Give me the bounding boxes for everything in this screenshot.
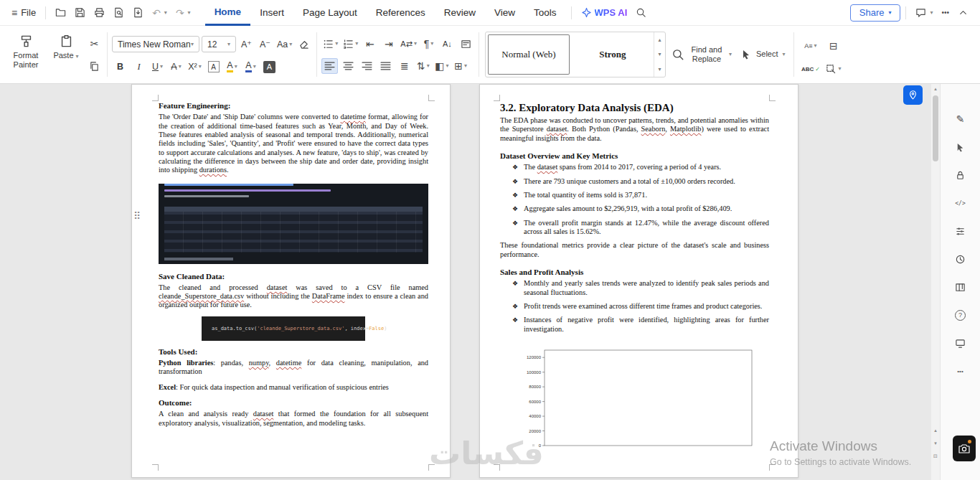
print-preview-button[interactable] (109, 4, 128, 21)
tools-used-heading[interactable]: Tools Used: (159, 347, 428, 357)
numbered-list-button[interactable]: ▾ (341, 36, 359, 52)
tab-insert[interactable]: Insert (250, 0, 293, 26)
collapse-ribbon-button[interactable] (953, 4, 973, 21)
font-color-button[interactable]: A▾ (242, 59, 259, 75)
distribute-button[interactable]: ≣ (396, 58, 413, 74)
layout-panel-button[interactable] (952, 279, 969, 295)
text-tools-button[interactable]: A≡▾ (801, 38, 820, 54)
styles-more-button[interactable]: ▾ (658, 66, 661, 72)
sort-button[interactable]: A↓ (439, 36, 456, 52)
align-left-button[interactable] (321, 58, 338, 74)
export-pdf-button[interactable] (128, 4, 148, 21)
underline-button[interactable]: U▾ (149, 59, 166, 75)
font-name-select[interactable]: Times New Roman ▾ (112, 36, 199, 52)
style-normal-web[interactable]: Normal (Web) (488, 34, 570, 75)
document-page-left[interactable]: Feature Engineering: The 'Order Date' an… (131, 84, 451, 478)
open-file-button[interactable] (51, 4, 70, 21)
edit-mode-button[interactable]: ✎ (952, 111, 969, 127)
format-painter-button[interactable]: Format Painter (6, 29, 46, 80)
borders-button[interactable]: ⊞▾ (453, 58, 469, 74)
protect-document-button[interactable] (952, 167, 969, 183)
help-button[interactable]: ? (952, 307, 969, 323)
code-snippet-image[interactable]: as_data.to_csv('cleande_Superstore_data.… (202, 316, 365, 341)
roaming-pin-button[interactable] (903, 85, 923, 105)
sales-profit-chart[interactable]: 020000400006000080000100000120000 (513, 339, 769, 469)
tools-python-paragraph[interactable]: Python libraries: pandas, numpy, datetim… (159, 359, 428, 377)
italic-button[interactable]: I (131, 59, 147, 75)
next-page-button[interactable]: ▾ (934, 438, 937, 448)
font-size-select[interactable]: 12 ▾ (202, 36, 236, 52)
settings-panel-button[interactable] (952, 223, 969, 239)
tab-page-layout[interactable]: Page Layout (293, 0, 367, 26)
grow-font-button[interactable]: A⁺ (238, 37, 255, 52)
change-case-button[interactable]: Aa▾ (275, 37, 293, 52)
list-item[interactable]: ❖Instances of negative profit were ident… (512, 316, 769, 334)
list-item[interactable]: ❖The dataset spans from 2014 to 2017, co… (512, 163, 769, 171)
styles-scroll-down[interactable]: ▾ (658, 51, 661, 57)
text-direction-button[interactable]: A⇄▾ (399, 36, 418, 52)
shrink-font-button[interactable]: A⁻ (257, 37, 273, 52)
list-item[interactable]: ❖Aggregate sales amount to $2,296,919, w… (512, 204, 769, 213)
feature-engineering-paragraph[interactable]: The 'Order Date' and 'Ship Date' columns… (159, 113, 428, 174)
selection-pane-button[interactable]: ▾ (824, 61, 843, 77)
screencast-button[interactable] (952, 335, 969, 351)
tab-view[interactable]: View (485, 0, 524, 26)
tab-references[interactable]: References (367, 0, 435, 26)
feature-engineering-heading[interactable]: Feature Engineering: (159, 101, 428, 110)
print-button[interactable] (90, 4, 109, 21)
dataframe-screenshot-image[interactable] (159, 184, 428, 264)
tab-tools[interactable]: Tools (524, 0, 566, 26)
more-tools-button[interactable]: ••• (952, 363, 969, 379)
styles-scroll-up[interactable]: ▴ (658, 37, 661, 43)
more-options-button[interactable]: ••• (937, 6, 953, 19)
justify-button[interactable] (377, 58, 394, 74)
metrics-outro-paragraph[interactable]: These foundational metrics provide a cle… (500, 241, 769, 259)
outcome-paragraph[interactable]: A clean and analysis ready dataset that … (159, 410, 428, 428)
field-codes-button[interactable]: </> (952, 195, 969, 211)
save-button[interactable] (70, 4, 90, 21)
dataset-overview-heading[interactable]: Dataset Overview and Key Metrics (500, 151, 769, 161)
increase-indent-button[interactable]: ⇥ (380, 36, 397, 52)
page-setup-button[interactable]: ⊟ (824, 38, 843, 54)
comments-button[interactable]: ▾ (911, 4, 937, 21)
list-item[interactable]: ❖The overall profit margin stands at 12.… (512, 219, 769, 237)
save-cleaned-data-paragraph[interactable]: The cleaned and processed dataset was sa… (159, 283, 428, 310)
spell-check-button[interactable]: ABC✓ (801, 61, 820, 77)
history-button[interactable] (952, 251, 969, 267)
paste-button[interactable]: Paste ▾ (46, 29, 86, 80)
paragraph-settings-button[interactable]: ¶▾ (420, 36, 437, 52)
list-item[interactable]: ❖Profit trends were examined across diff… (512, 302, 769, 311)
select-tool-button[interactable] (952, 139, 969, 155)
outcome-heading[interactable]: Outcome: (159, 398, 428, 408)
list-item[interactable]: ❖The total quantity of items sold is 37,… (512, 191, 769, 199)
align-center-button[interactable] (340, 58, 357, 74)
cut-button[interactable]: ✂ (86, 36, 103, 52)
search-button[interactable] (631, 4, 651, 21)
wps-ai-button[interactable]: WPS AI (577, 6, 632, 19)
clear-formatting-button[interactable] (296, 37, 312, 52)
bold-button[interactable]: B (112, 59, 128, 75)
line-spacing-button[interactable]: ⇅▾ (415, 58, 431, 74)
style-strong[interactable]: Strong (572, 32, 654, 77)
show-marks-button[interactable] (458, 36, 474, 52)
tab-review[interactable]: Review (435, 0, 485, 26)
highlight-color-button[interactable]: A▾ (224, 59, 240, 75)
screenshot-camera-button[interactable] (953, 436, 976, 461)
tab-home[interactable]: Home (205, 0, 251, 26)
file-menu-button[interactable]: ≡ File (7, 4, 40, 21)
undo-button[interactable]: ↶▾ (148, 5, 171, 21)
list-item[interactable]: ❖There are 793 unique customers and a to… (512, 177, 769, 186)
character-border-button[interactable]: A (205, 59, 222, 75)
object-drag-handle[interactable]: ⠿ (133, 210, 141, 222)
select-browse-object-button[interactable]: ⊟ (933, 451, 938, 461)
redo-button[interactable]: ↷▾ (171, 5, 195, 21)
tools-excel-paragraph[interactable]: Excel: For quick data inspection and man… (159, 383, 428, 392)
sales-profit-heading[interactable]: Sales and Profit Analysis (500, 268, 769, 277)
decrease-indent-button[interactable]: ⇤ (362, 36, 378, 52)
character-shading-button[interactable]: A (261, 59, 278, 75)
align-right-button[interactable] (359, 58, 375, 74)
copy-button[interactable] (86, 58, 103, 74)
superscript-button[interactable]: X²▾ (187, 59, 203, 75)
save-cleaned-data-heading[interactable]: Save Cleaned Data: (159, 272, 428, 281)
list-item[interactable]: ❖Monthly and yearly sales trends were an… (512, 279, 769, 297)
